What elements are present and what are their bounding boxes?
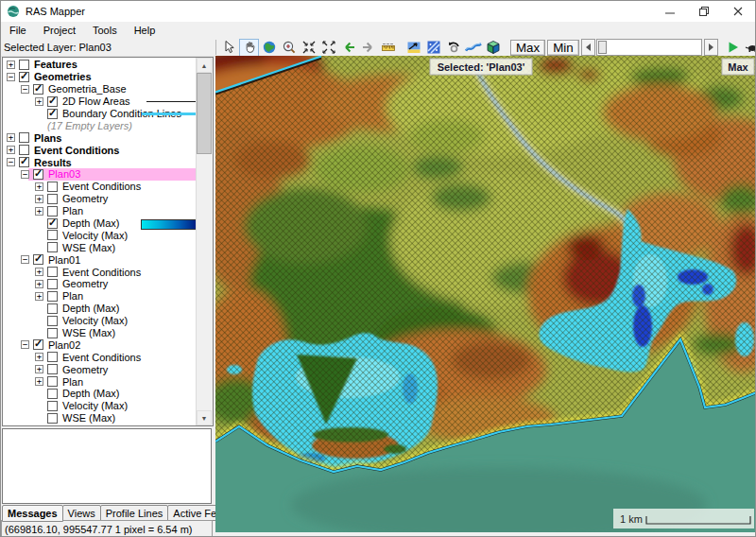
menu-tools[interactable]: Tools — [84, 23, 126, 39]
forward-arrow-icon[interactable] — [358, 39, 378, 57]
expand-icon[interactable]: + — [35, 195, 43, 203]
close-button[interactable] — [721, 1, 755, 22]
layer-checkbox[interactable] — [47, 316, 58, 326]
tree-row[interactable]: WSE (Max) — [3, 412, 198, 424]
select-cursor-icon[interactable] — [219, 39, 239, 57]
terrain-profile-icon[interactable] — [404, 39, 423, 57]
menu-project[interactable]: Project — [35, 23, 84, 39]
layer-checkbox[interactable] — [47, 206, 58, 217]
tree-row[interactable]: ✓Depth (Max) — [3, 217, 198, 230]
layer-checkbox[interactable] — [47, 303, 58, 314]
layer-checkbox[interactable] — [47, 291, 58, 302]
layer-checkbox[interactable] — [19, 60, 29, 70]
layer-checkbox[interactable] — [47, 279, 58, 289]
back-arrow-icon[interactable] — [338, 39, 358, 57]
layer-checkbox[interactable]: ✓ — [19, 157, 29, 167]
layer-checkbox[interactable] — [47, 182, 58, 192]
layer-checkbox[interactable] — [47, 328, 58, 338]
tab-profile-lines[interactable]: Profile Lines — [100, 505, 169, 521]
expand-icon[interactable]: + — [35, 207, 43, 216]
tree-row[interactable]: Velocity (Max) — [3, 315, 198, 327]
globe-icon[interactable] — [259, 39, 279, 57]
layer-checkbox[interactable]: ✓ — [19, 72, 29, 82]
tree-row[interactable]: +✓2D Flow Areas — [3, 95, 198, 108]
max-button[interactable]: Max — [510, 40, 545, 56]
layer-checkbox[interactable] — [47, 376, 58, 387]
animation-back-button[interactable] — [581, 39, 595, 56]
tree-row[interactable]: +Plan — [3, 290, 198, 303]
layer-checkbox[interactable]: ✓ — [47, 109, 58, 119]
tree-row[interactable]: +Geometry — [3, 193, 198, 205]
minimize-button[interactable] — [653, 1, 687, 22]
expand-icon[interactable]: + — [35, 292, 43, 301]
menu-help[interactable]: Help — [126, 23, 164, 39]
layer-checkbox[interactable] — [47, 389, 58, 399]
zoom-extents-icon[interactable] — [318, 39, 338, 57]
layer-checkbox[interactable] — [19, 145, 29, 155]
tree-row[interactable]: +Geometry — [3, 363, 198, 375]
tree-scrollbar[interactable]: ▲ ▼ — [196, 58, 213, 425]
tree-row[interactable]: +Event Conditions — [3, 144, 198, 156]
layer-checkbox[interactable]: ✓ — [47, 96, 58, 107]
refresh-rotate-icon[interactable] — [443, 39, 463, 57]
collapse-icon[interactable]: − — [21, 170, 29, 179]
tree-row[interactable]: −✓Geometria_Base — [3, 83, 198, 95]
tree-row[interactable]: WSE (Max) — [3, 327, 198, 339]
tree-row[interactable]: −✓Plan02 — [3, 338, 198, 351]
3d-viewer-cube-icon[interactable] — [483, 39, 503, 57]
menu-file[interactable]: File — [1, 23, 35, 39]
zoom-in-icon[interactable] — [279, 39, 299, 57]
tree-row[interactable]: −✓Geometries — [3, 71, 198, 83]
cross-section-icon[interactable] — [463, 39, 483, 57]
tree-row[interactable]: +Event Conditions — [3, 351, 198, 363]
layer-checkbox[interactable] — [47, 352, 58, 362]
expand-icon[interactable]: + — [35, 280, 43, 288]
layer-checkbox[interactable] — [19, 132, 29, 143]
tree-row[interactable]: Velocity (Max) — [3, 229, 198, 241]
layer-checkbox[interactable]: ✓ — [33, 169, 43, 180]
tree-row[interactable]: (17 Empty Layers) — [3, 119, 198, 131]
animation-slider-thumb[interactable] — [598, 41, 607, 54]
expand-icon[interactable]: + — [35, 97, 43, 106]
layer-checkbox[interactable] — [47, 364, 58, 374]
collapse-icon[interactable]: − — [21, 255, 29, 264]
layer-checkbox[interactable] — [47, 401, 58, 411]
expand-icon[interactable]: + — [35, 353, 43, 361]
tree-row[interactable]: +Plan — [3, 205, 198, 217]
tab-messages[interactable]: Messages — [2, 505, 63, 522]
animation-speed-turtle-icon[interactable] — [744, 39, 756, 57]
tree-row[interactable]: +Plans — [3, 131, 198, 144]
layer-checkbox[interactable] — [47, 267, 58, 277]
measure-ruler-icon[interactable] — [378, 39, 398, 57]
expand-icon[interactable]: + — [35, 377, 43, 386]
tree-row[interactable]: ✓Boundary Condition Lines — [3, 108, 198, 120]
tree-row[interactable]: −✓Plan03 — [3, 168, 198, 181]
expand-icon[interactable]: + — [35, 268, 43, 276]
expand-icon[interactable]: + — [35, 365, 43, 373]
scroll-up-icon[interactable]: ▲ — [197, 58, 212, 73]
layer-checkbox[interactable] — [19, 425, 29, 426]
layer-checkbox[interactable] — [47, 230, 58, 240]
layer-checkbox[interactable]: ✓ — [33, 339, 43, 350]
animation-forward-button[interactable] — [704, 39, 718, 56]
tree-row[interactable]: +Geometry — [3, 278, 198, 290]
pan-hand-icon[interactable] — [239, 39, 259, 57]
tab-views[interactable]: Views — [62, 505, 101, 521]
layer-checkbox[interactable] — [47, 413, 58, 424]
layer-checkbox[interactable]: ✓ — [47, 218, 58, 229]
expand-icon[interactable]: + — [7, 146, 15, 154]
expand-icon[interactable]: + — [7, 61, 15, 69]
tree-row[interactable]: Depth (Max) — [3, 303, 198, 315]
tree-row[interactable]: −✓Results — [3, 156, 198, 168]
collapse-icon[interactable]: − — [7, 158, 15, 166]
expand-icon[interactable]: + — [35, 182, 43, 191]
tree-row[interactable]: +Plan — [3, 375, 198, 388]
mesh-compute-icon[interactable] — [423, 39, 443, 57]
tree-row[interactable]: +Event Conditions — [3, 266, 198, 278]
map-view[interactable]: Selected: 'Plan03' Max 1 km — [215, 56, 756, 532]
layer-checkbox[interactable]: ✓ — [33, 84, 43, 95]
tree-row[interactable]: Depth (Max) — [3, 388, 198, 400]
animation-slider[interactable] — [596, 39, 702, 56]
layer-checkbox[interactable]: ✓ — [33, 254, 43, 265]
layer-checkbox[interactable] — [47, 242, 58, 252]
